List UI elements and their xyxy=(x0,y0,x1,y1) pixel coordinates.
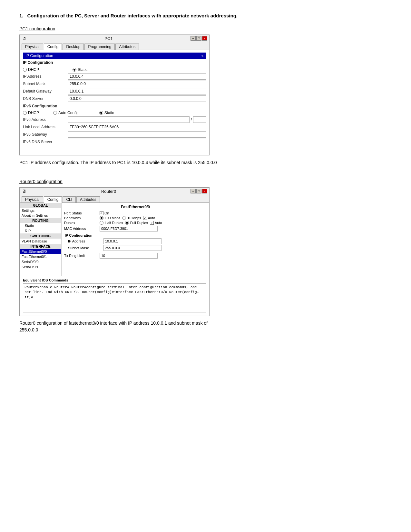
pc1-default-gateway-label: Default Gateway xyxy=(23,89,68,94)
pc1-ip-config-header: IP Configuration < xyxy=(23,53,206,59)
pc1-app-icon: 🖥 xyxy=(22,36,27,41)
pc1-ipv6-prefix-input[interactable] xyxy=(193,116,206,123)
router0-duplex-auto-check[interactable]: ✓ Auto xyxy=(150,221,162,225)
router0-subnet-mask-input[interactable] xyxy=(103,245,161,251)
pc1-ipv6-static-dot xyxy=(99,111,103,115)
router0-duplex-auto-checkbox: ✓ xyxy=(150,221,154,225)
pc1-ipv6-dhcp-dot xyxy=(23,111,27,115)
pc1-ipv6-mode-row: DHCP Auto Config Static xyxy=(23,111,206,115)
pc1-subsection-title: PC1 configuration xyxy=(19,26,392,31)
router0-port-status-check[interactable]: ✓ On xyxy=(100,211,109,215)
pc1-link-local-label: Link Local Address xyxy=(23,125,68,129)
pc1-tab-config[interactable]: Config xyxy=(44,44,62,50)
router0-app-icon: 🖥 xyxy=(22,189,27,194)
pc1-window: 🖥 PC1 – □ × Physical Config Desktop Prog… xyxy=(19,34,210,155)
router0-bw-10-label: 10 Mbps xyxy=(127,216,141,220)
pc1-ip-address-input[interactable] xyxy=(68,73,206,80)
pc1-tab-desktop[interactable]: Desktop xyxy=(63,44,84,50)
pc1-close-btn[interactable]: × xyxy=(202,36,207,41)
router0-maximize-btn[interactable]: □ xyxy=(196,189,201,193)
router0-on-label: On xyxy=(104,211,109,215)
pc1-ipv6-dns-row: IPv6 DNS Server xyxy=(23,139,206,145)
router0-global-header: GLOBAL xyxy=(20,203,61,208)
pc1-ipv6-dns-label: IPv6 DNS Server xyxy=(23,140,68,144)
router0-fast-eth-00-item[interactable]: FastEthernet0/0 xyxy=(20,249,61,254)
router0-serial-00-item[interactable]: Serial0/0/0 xyxy=(20,259,61,264)
router0-bw-100-radio[interactable]: 100 Mbps xyxy=(100,216,120,220)
pc1-ip-config-sub: IP Configuration xyxy=(23,60,206,66)
router0-rip-item[interactable]: RIP xyxy=(20,228,61,233)
router0-bw-auto-label: Auto xyxy=(148,216,155,220)
router0-duplex-row: Duplex Half Duplex Full Duplex xyxy=(64,221,207,225)
pc1-tab-attributes[interactable]: Attributes xyxy=(115,44,139,50)
router0-content: GLOBAL Settings Algorithm Settings ROUTI… xyxy=(20,203,209,316)
pc1-tab-programming[interactable]: Programming xyxy=(84,44,115,50)
pc1-static-radio[interactable]: Static xyxy=(73,67,87,72)
router0-tx-ring-input[interactable] xyxy=(100,253,158,259)
pc1-ipv6-static-radio[interactable]: Static xyxy=(99,111,114,115)
router0-bw-10-radio[interactable]: 10 Mbps xyxy=(122,216,141,220)
router0-interface-header: INTERFACE xyxy=(20,244,61,249)
router0-bw-auto-check[interactable]: ✓ Auto xyxy=(143,216,155,220)
pc1-ipv6-gateway-input[interactable] xyxy=(68,131,206,138)
pc1-dns-server-input[interactable] xyxy=(68,95,206,102)
router0-ip-address-row: IP Address xyxy=(64,238,207,244)
router0-bw-10-dot xyxy=(122,216,126,220)
router0-window-controls: – □ × xyxy=(191,189,207,193)
router0-serial-01-item[interactable]: Serial0/0/1 xyxy=(20,264,61,270)
pc1-static-label: Static xyxy=(78,67,87,72)
router0-static-item[interactable]: Static xyxy=(20,223,61,228)
pc1-minimize-btn[interactable]: – xyxy=(191,36,196,41)
router0-cli-text[interactable]: Router>enable Router# Router#configure t… xyxy=(23,283,206,312)
router0-tab-config[interactable]: Config xyxy=(44,196,62,203)
pc1-dhcp-radio[interactable]: DHCP xyxy=(23,67,39,72)
router0-ip-address-input[interactable] xyxy=(103,238,161,244)
router0-algorithm-settings-item[interactable]: Algorithm Settings xyxy=(20,213,61,218)
pc1-ipv6-address-label: IPv6 Address xyxy=(23,117,68,122)
router0-description: Router0 configuration of fastethernet0/0… xyxy=(19,320,392,333)
router0-bw-100-dot xyxy=(100,216,103,220)
router0-fast-eth-01-item[interactable]: FastEthernet0/1 xyxy=(20,254,61,259)
router0-tab-physical[interactable]: Physical xyxy=(22,196,43,202)
router0-bandwidth-label: Bandwidth xyxy=(64,216,100,220)
pc1-maximize-btn[interactable]: □ xyxy=(196,36,201,41)
router0-tx-ring-row: Tx Ring Limit xyxy=(64,253,207,259)
router0-settings-item[interactable]: Settings xyxy=(20,208,61,213)
router0-bw-auto-checkbox: ✓ xyxy=(143,216,147,220)
router0-full-duplex-dot xyxy=(125,221,129,225)
router0-ip-config-sublabel: IP Configuration xyxy=(64,233,207,237)
pc1-ip-config-label: IP Configuration xyxy=(25,54,53,58)
router0-mac-input[interactable] xyxy=(100,226,158,232)
pc1-collapse-btn[interactable]: < xyxy=(201,54,203,58)
router0-window-title: Router0 xyxy=(27,189,191,194)
pc1-description: PC1 IP address configuration. The IP add… xyxy=(19,159,392,166)
pc1-link-local-input[interactable] xyxy=(68,124,206,130)
pc1-ipv6-dhcp-radio[interactable]: DHCP xyxy=(23,111,39,115)
pc1-ipv6-gateway-row: IPv6 Gateway xyxy=(23,131,206,138)
router0-full-duplex-radio[interactable]: Full Duplex xyxy=(125,221,148,225)
router0-panel-title: FastEthernet0/0 xyxy=(64,205,207,209)
pc1-content: IP Configuration < IP Configuration DHCP… xyxy=(20,50,209,155)
router0-subsection-title: Router0 configuration xyxy=(19,179,392,184)
pc1-subnet-mask-label: Subnet Mask xyxy=(23,82,68,86)
pc1-ipv6-auto-radio[interactable]: Auto Config xyxy=(53,111,79,115)
router0-tab-cli[interactable]: CLI xyxy=(63,196,76,202)
pc1-dns-server-row: DNS Server xyxy=(23,95,206,102)
pc1-default-gateway-input[interactable] xyxy=(68,88,206,94)
router0-subnet-mask-label: Subnet Mask xyxy=(68,246,103,250)
pc1-ipv6-static-label: Static xyxy=(104,111,114,115)
router0-half-duplex-radio[interactable]: Half Duplex xyxy=(100,221,123,225)
router0-duplex-options: Half Duplex Full Duplex ✓ Auto xyxy=(100,221,162,225)
pc1-tab-physical[interactable]: Physical xyxy=(22,44,43,50)
router0-minimize-btn[interactable]: – xyxy=(191,189,196,193)
router0-close-btn[interactable]: × xyxy=(202,189,207,193)
router0-tab-attributes[interactable]: Attributes xyxy=(76,196,100,202)
pc1-subnet-mask-input[interactable] xyxy=(68,81,206,87)
router0-mac-row: MAC Address xyxy=(64,226,207,232)
router0-vlan-database-item[interactable]: VLAN Database xyxy=(20,239,61,244)
router0-section: Router0 configuration 🖥 Router0 – □ × Ph… xyxy=(19,179,392,333)
pc1-ipv6-dns-input[interactable] xyxy=(68,139,206,145)
pc1-ipv6-address-input[interactable] xyxy=(68,116,190,123)
pc1-ip-address-row: IP Address xyxy=(23,73,206,80)
router0-titlebar: 🖥 Router0 – □ × xyxy=(20,188,209,195)
